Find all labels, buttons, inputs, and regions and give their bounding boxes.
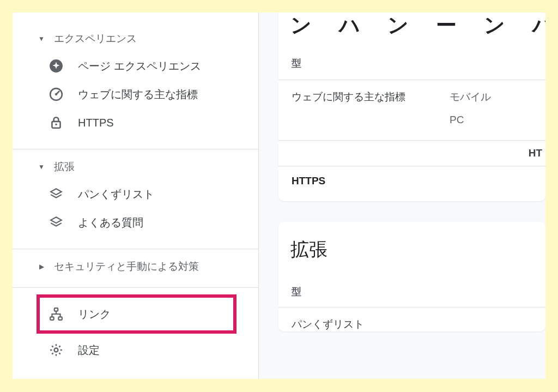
card-title: 拡張	[278, 237, 545, 262]
sidebar-section-experience[interactable]: ▼ エクスペリエンス	[13, 28, 258, 50]
sparkle-icon	[47, 57, 65, 75]
sidebar-item-label: 設定	[78, 343, 100, 358]
sidebar-section-label: エクスペリエンス	[54, 32, 137, 46]
divider	[13, 149, 258, 149]
sidebar-item-label: ウェブに関する主な指標	[78, 87, 198, 102]
enhancements-card: 拡張 型 パンくずリスト	[278, 222, 545, 331]
cell-truncated: HT	[278, 141, 545, 166]
lock-icon	[47, 114, 65, 131]
sidebar-item-label: よくある質問	[78, 215, 143, 230]
sidebar-item-settings[interactable]: 設定	[13, 336, 258, 364]
table-row[interactable]: PC	[290, 111, 545, 140]
type-heading: 型	[278, 262, 545, 307]
layers-icon	[47, 214, 65, 231]
gear-icon	[47, 341, 65, 359]
card-title-truncated: ン ハ ン ー ン ハ	[290, 13, 545, 39]
chevron-down-icon: ▼	[37, 35, 46, 43]
row-value: PC	[450, 114, 531, 126]
table-row[interactable]: パンくずリスト	[278, 307, 545, 331]
sidebar-item-label: リンク	[78, 307, 111, 322]
row-label	[292, 114, 450, 126]
sidebar: ▼ エクスペリエンス ページ エクスペリエンス ウェブに関する主な指標 HTTP…	[13, 13, 259, 379]
sidebar-item-faq[interactable]: よくある質問	[13, 208, 258, 237]
sidebar-section-enhancements[interactable]: ▼ 拡張	[13, 156, 258, 178]
chevron-right-icon: ▶	[37, 263, 46, 270]
main-content: ン ハ ン ー ン ハ 型 ウェブに関する主な指標 モバイル PC HT HTT…	[259, 13, 545, 379]
divider	[13, 287, 258, 288]
table-row[interactable]: ウェブに関する主な指標 モバイル	[290, 80, 545, 111]
sidebar-item-breadcrumbs[interactable]: パンくずリスト	[13, 180, 258, 208]
sidebar-item-label: パンくずリスト	[78, 187, 154, 202]
https-row[interactable]: HTTPS	[290, 166, 545, 201]
highlight-annotation: リンク	[37, 294, 236, 334]
sidebar-section-label: 拡張	[54, 160, 75, 174]
sidebar-item-core-web-vitals[interactable]: ウェブに関する主な指標	[13, 80, 258, 108]
divider	[13, 249, 258, 249]
sidebar-section-label: セキュリティと手動による対策	[54, 260, 199, 274]
sidebar-item-links[interactable]: リンク	[40, 298, 233, 330]
sidebar-item-https[interactable]: HTTPS	[13, 108, 258, 137]
layers-icon	[47, 185, 65, 203]
page-experience-card: ン ハ ン ー ン ハ 型 ウェブに関する主な指標 モバイル PC HT HTT…	[278, 13, 545, 201]
row-label: ウェブに関する主な指標	[292, 90, 450, 104]
gauge-icon	[47, 86, 65, 103]
sitemap-icon	[47, 305, 65, 323]
sidebar-item-label: ページ エクスペリエンス	[78, 59, 201, 74]
type-heading: 型	[290, 39, 545, 80]
chevron-down-icon: ▼	[37, 163, 46, 171]
row-value: モバイル	[450, 90, 531, 104]
sidebar-section-security[interactable]: ▶ セキュリティと手動による対策	[13, 256, 258, 278]
sidebar-item-label: HTTPS	[78, 117, 114, 129]
sidebar-item-page-experience[interactable]: ページ エクスペリエンス	[13, 52, 258, 80]
